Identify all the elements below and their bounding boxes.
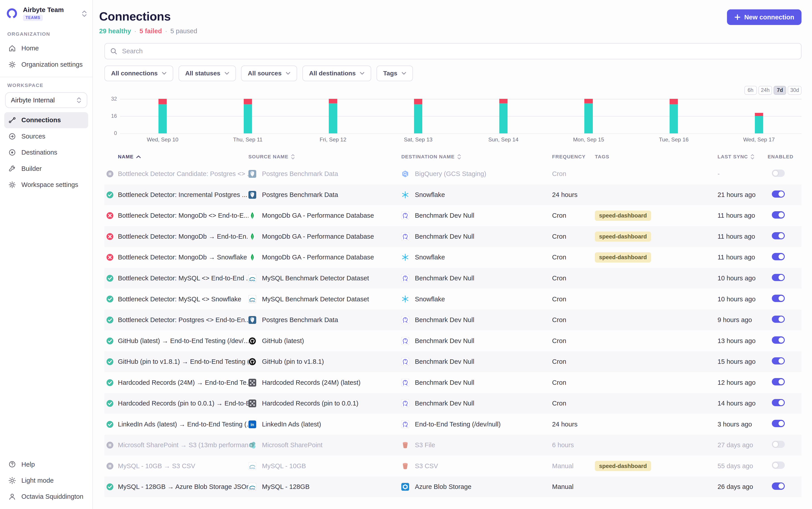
last-sync: 11 hours ago [718, 233, 768, 240]
enabled-toggle[interactable] [772, 357, 785, 365]
column-header-enabled: ENABLED [768, 154, 801, 160]
source-name: Postgres Benchmark Data [262, 191, 338, 199]
range-option-6h[interactable]: 6h [744, 86, 757, 95]
table-row[interactable]: Bottleneck Detector: MongoDb → Snowflake… [104, 247, 802, 268]
frequency: 24 hours [552, 421, 595, 428]
filter-all-statuses[interactable]: All statuses [178, 66, 236, 81]
healthy-status-icon [106, 316, 118, 324]
destination-cell: Snowflake [401, 253, 552, 261]
table-row[interactable]: Bottleneck Detector: MySQL <> End-to-End… [104, 268, 802, 289]
table-row[interactable]: Bottleneck Detector: Postgres <> End-to-… [104, 310, 802, 331]
destination-name: Benchmark Dev Null [415, 358, 474, 365]
column-header-destination-name[interactable]: DESTINATION NAME [401, 154, 552, 160]
sources-icon [8, 133, 16, 140]
sidebar-item-sources[interactable]: Sources [4, 128, 88, 144]
sidebar-item-workspace-settings[interactable]: Workspace settings [4, 177, 88, 193]
enabled-toggle[interactable] [772, 170, 785, 177]
enabled-toggle[interactable] [772, 420, 785, 427]
x-axis-label: Mon, Sep 15 [546, 136, 631, 143]
enabled-toggle[interactable] [772, 399, 785, 406]
destination-name: Benchmark Dev Null [415, 400, 474, 407]
table-row[interactable]: Bottleneck Detector Candidate: Postgres … [104, 164, 802, 184]
table-row[interactable]: Bottleneck Detector: MongoDb <> End-to-E… [104, 205, 802, 226]
last-sync: 21 hours ago [718, 191, 768, 199]
airbyte-icon [401, 233, 409, 240]
healthy-status-icon [106, 379, 118, 386]
table-row[interactable]: GitHub (pin to v1.8.1) → End-to-End Test… [104, 351, 802, 372]
table-row[interactable]: Hardcoded Records (24M) → End-to-End Te.… [104, 372, 802, 393]
enabled-toggle[interactable] [772, 253, 785, 260]
mysql-icon: MySQL [249, 274, 256, 282]
filter-all-destinations[interactable]: All destinations [302, 66, 371, 81]
sidebar-item-destinations[interactable]: Destinations [4, 144, 88, 161]
range-option-30d[interactable]: 30d [788, 86, 802, 95]
enabled-toggle[interactable] [772, 316, 785, 323]
source-cell: S Microsoft SharePoint [249, 441, 401, 449]
connection-name: Bottleneck Detector: MongoDb <> End-to-E… [118, 212, 249, 219]
range-option-7d[interactable]: 7d [774, 86, 786, 95]
column-header-name[interactable]: NAME [118, 154, 249, 160]
column-header-frequency: FREQUENCY [552, 154, 595, 160]
sidebar-item-label: Builder [22, 165, 42, 172]
sidebar-item-label: Workspace settings [22, 181, 78, 189]
org-section-label: ORGANIZATION [4, 26, 88, 40]
sidebar-item-help[interactable]: Help [4, 456, 88, 472]
enabled-toggle[interactable] [772, 441, 785, 448]
table-row[interactable]: Bottleneck Detector: Incremental Postgre… [104, 184, 802, 205]
table-row[interactable]: MySQL - 128GB → Azure Blob Storage JSOn … [104, 476, 802, 498]
enabled-toggle[interactable] [772, 274, 785, 281]
enabled-toggle[interactable] [772, 462, 785, 469]
enabled-toggle[interactable] [772, 211, 785, 218]
source-cell: Hardcoded Records (24M) (latest) [249, 379, 401, 386]
enabled-toggle[interactable] [772, 232, 785, 240]
table-header: NAME SOURCE NAME DESTINATION NAME FREQUE… [104, 150, 802, 164]
destination-name: Benchmark Dev Null [415, 379, 474, 386]
source-cell: MySQL MySQL - 128GB [249, 483, 401, 491]
table-row[interactable]: Bottleneck Detector: MongoDb → End-to-En… [104, 226, 802, 247]
enabled-toggle[interactable] [772, 336, 785, 344]
range-option-24h[interactable]: 24h [758, 86, 772, 95]
workspace-selector[interactable]: Airbyte Internal [5, 92, 87, 108]
sidebar-item-builder[interactable]: Builder [4, 161, 88, 177]
workspace-nav: Connections Sources Destinations Builder… [4, 112, 88, 193]
new-connection-button[interactable]: New connection [727, 9, 802, 25]
help-icon [8, 461, 16, 468]
team-switcher-chevrons-icon [82, 10, 87, 18]
table-row[interactable]: MySQL - 10GB → S3 CSV MySQL MySQL - 10GB… [104, 455, 802, 476]
sidebar-item-label: Sources [22, 133, 45, 140]
enabled-toggle[interactable] [772, 295, 785, 302]
last-sync: 10 hours ago [718, 296, 768, 303]
team-switcher[interactable]: Airbyte Team TEAMS [4, 5, 88, 26]
sidebar-item-light-mode[interactable]: Light mode [4, 472, 88, 488]
enabled-toggle[interactable] [772, 378, 785, 385]
column-header-source-name[interactable]: SOURCE NAME [249, 154, 401, 160]
column-header-last-sync[interactable]: LAST SYNC [718, 154, 768, 160]
sidebar-item-user[interactable]: Octavia Squiddington [4, 489, 88, 505]
enabled-toggle[interactable] [772, 482, 785, 490]
healthy-status-icon [106, 400, 118, 407]
last-sync: 12 hours ago [718, 379, 768, 386]
main-content: Connections 29 healthy · 5 failed · 5 pa… [93, 0, 812, 509]
sidebar-item-home[interactable]: Home [4, 40, 88, 56]
search-input[interactable] [122, 47, 796, 55]
table-row[interactable]: Microsoft SharePoint → S3 (13mb performa… [104, 435, 802, 456]
table-row[interactable]: LinkedIn Ads (latest) → End-to-End Testi… [104, 414, 802, 435]
table-row[interactable]: Bottleneck Detector: MySQL <> Snowflake … [104, 289, 802, 310]
status-summary: 29 healthy · 5 failed · 5 paused [99, 27, 197, 35]
source-name: Microsoft SharePoint [262, 441, 323, 449]
filter-all-connections[interactable]: All connections [104, 66, 173, 81]
sidebar-item-organization-settings[interactable]: Organization settings [4, 57, 88, 72]
last-sync: 11 hours ago [718, 253, 768, 261]
team-name: Airbyte Team [23, 6, 64, 13]
sidebar-item-connections[interactable]: Connections [4, 112, 88, 128]
connections-table: NAME SOURCE NAME DESTINATION NAME FREQUE… [104, 150, 802, 497]
enabled-toggle[interactable] [772, 191, 785, 198]
airbyte-icon [401, 420, 409, 428]
filter-all-sources[interactable]: All sources [241, 66, 297, 81]
table-row[interactable]: GitHub (latest) → End-to-End Testing (/d… [104, 330, 802, 351]
s3-icon [401, 462, 409, 470]
destination-name: Snowflake [415, 296, 445, 303]
filter-tags[interactable]: Tags [377, 66, 413, 81]
table-row[interactable]: Hardcoded Records (pin to 0.0.1) → End-t… [104, 393, 802, 414]
sidebar-footer: Help Light mode Octavia Squiddington [4, 456, 88, 505]
